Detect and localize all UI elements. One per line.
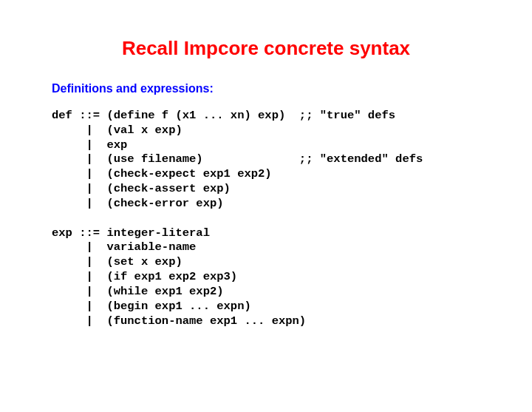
code-block: def ::= (define f (x1 ... xn) exp) ;; "t… [52,109,480,328]
section-subtitle: Definitions and expressions: [52,82,480,95]
slide-content: Recall Impcore concrete syntax Definitio… [0,0,532,358]
slide-title: Recall Impcore concrete syntax [52,37,480,60]
